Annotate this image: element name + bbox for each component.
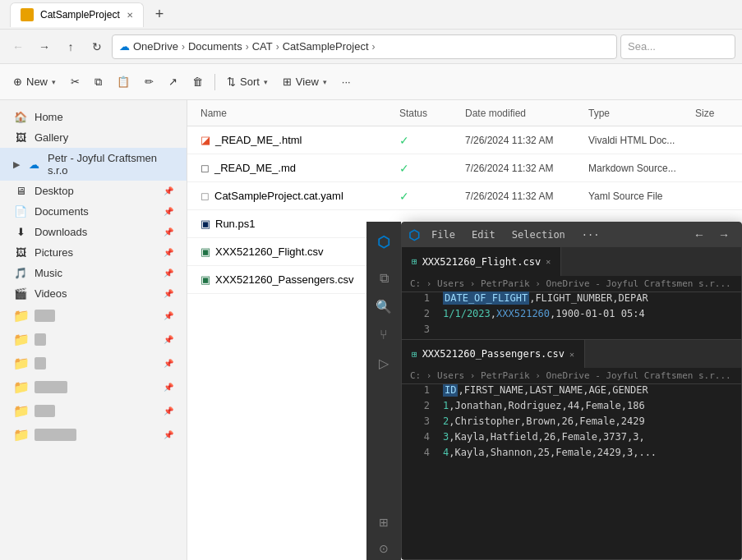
extensions-icon[interactable]: ⊞ (374, 511, 394, 534)
sort-button[interactable]: ⇅ Sort ▾ (220, 69, 274, 95)
more-button[interactable]: ··· (335, 69, 357, 95)
col-name-header[interactable]: Name (194, 108, 399, 119)
breadcrumb-documents[interactable]: Documents (188, 40, 242, 53)
run-icon[interactable]: ▷ (374, 351, 394, 376)
sidebar-label-gallery: Gallery (35, 131, 68, 144)
date-val: 1/1/2023 (443, 308, 491, 319)
sidebar-label-videos: Videos (35, 287, 67, 300)
p-code-text-5: 4,Kayla,Shannon,25,Female,2429,3,... (443, 447, 657, 458)
vscode-menu-more[interactable]: ··· (577, 227, 605, 242)
p-comma-3: ,Kayla,Hatfield,26,Female,3737,3, (449, 431, 644, 443)
sidebar-label-home: Home (35, 111, 63, 123)
status-ok-icon: ✓ (399, 190, 409, 203)
sidebar-item-music[interactable]: 🎵 Music 📌 (0, 263, 187, 283)
copy-button[interactable]: ⧉ (88, 69, 108, 95)
sidebar-label-pictures: Pictures (35, 246, 73, 259)
sidebar-item-petr[interactable]: ▶ ☁ Petr - Joyful Craftsmen s.r.o (0, 148, 187, 181)
back-button[interactable]: ← (7, 35, 30, 58)
up-button[interactable]: ↑ (59, 35, 82, 58)
breadcrumb-passengers-path[interactable]: C: › Users › PetrParik › OneDrive - Joyf… (410, 370, 731, 381)
sidebar-item-desktop[interactable]: 🖥 Desktop 📌 (0, 181, 187, 201)
new-label: New (26, 76, 48, 88)
address-pill[interactable]: ☁ OneDrive › Documents › CAT › CatSample… (112, 34, 617, 59)
new-button[interactable]: ⊕ New ▾ (7, 69, 62, 95)
sidebar-item-folder6[interactable]: 📁 📌 (0, 423, 187, 447)
sort-label: Sort (240, 76, 260, 88)
sidebar-item-folder2[interactable]: 📁 📌 (0, 328, 187, 351)
tab-close-btn[interactable]: ✕ (127, 11, 133, 20)
breadcrumb-flight-path[interactable]: C: › Users › PetrParik › OneDrive - Joyf… (410, 278, 731, 289)
filename-label: XXX521260_Flight.csv (215, 246, 324, 258)
file-list-header: Name Status Date modified Type Size (187, 100, 742, 126)
paste-button[interactable]: 📋 (110, 69, 136, 95)
table-row[interactable]: ◻ _READ_ME_.md ✓ 7/26/2024 11:32 AM Mark… (187, 154, 742, 182)
source-control-icon[interactable]: ⑂ (375, 323, 393, 347)
breadcrumb-project[interactable]: CatSampleProject (283, 40, 369, 53)
sort-chevron: ▾ (264, 78, 268, 86)
table-row[interactable]: ◻ CatSampleProject.cat.yaml ✓ 7/26/2024 … (187, 182, 742, 210)
col-date-header[interactable]: Date modified (465, 108, 588, 119)
filename-label: _READ_ME_.md (214, 162, 296, 174)
csv-flight-icon: ▣ (200, 246, 210, 258)
sidebar-label-folder4 (35, 381, 67, 393)
line-num-1: 1 (410, 292, 430, 304)
vscode-back-btn[interactable]: ← (689, 227, 710, 243)
table-row[interactable]: ◪ _READ_ME_.html ✓ 7/26/2024 11:32 AM Vi… (187, 126, 742, 154)
file-date-read-me-md: 7/26/2024 11:32 AM (465, 163, 588, 174)
breadcrumb-onedrive[interactable]: OneDrive (133, 40, 178, 53)
sidebar-item-folder4[interactable]: 📁 📌 (0, 375, 187, 399)
passenger-line-2: 2 1,Jonathan,Rodriguez,44,Female,186 (402, 400, 741, 415)
vscode-forward-btn[interactable]: → (713, 227, 735, 243)
search-activity-icon[interactable]: 🔍 (371, 294, 397, 319)
tab-cat-sample-project[interactable]: CatSampleProject ✕ (10, 2, 144, 27)
account-icon[interactable]: ⊙ (374, 537, 394, 560)
tab-label: CatSampleProject (40, 9, 120, 21)
vscode-logo[interactable]: ⬡ (372, 228, 395, 256)
vscode-menu-edit[interactable]: Edit (467, 227, 500, 242)
search-box[interactable]: Sea... (620, 34, 735, 59)
cut-button[interactable]: ✂ (64, 69, 86, 95)
vscode-tab-passengers-csv[interactable]: ⊞ XXX521260_Passengers.csv ✕ (402, 340, 585, 369)
passengers-csv-tab-close[interactable]: ✕ (569, 350, 574, 359)
vscode-titlebar: ⬡ File Edit Selection ··· ← → (402, 223, 741, 247)
vscode-activity-bar: ⬡ ⧉ 🔍 ⑂ ▷ ⊞ ⊙ (366, 222, 401, 560)
paste-icon: 📋 (117, 76, 130, 88)
vscode-tab-flight-csv[interactable]: ⊞ XXX521260_Flight.csv ✕ (402, 247, 561, 276)
file-status-read-me-html: ✓ (399, 134, 465, 147)
breadcrumb-cat[interactable]: CAT (252, 40, 273, 53)
sidebar-label-petr: Petr - Joyful Craftsmen s.r.o (48, 152, 173, 177)
vscode-title-nav: ← → (689, 227, 735, 243)
documents-icon: 📄 (13, 205, 28, 218)
flight-csv-tab-close[interactable]: ✕ (546, 257, 551, 266)
vscode-menu-file[interactable]: File (426, 227, 460, 242)
sidebar-item-gallery[interactable]: 🖼 Gallery (0, 127, 187, 148)
view-label: View (296, 76, 319, 88)
rename-button[interactable]: ✏ (138, 69, 160, 95)
col-size-header[interactable]: Size (695, 108, 735, 119)
sidebar-item-folder5[interactable]: 📁 📌 (0, 399, 187, 423)
sidebar-item-documents[interactable]: 📄 Documents 📌 (0, 201, 187, 222)
sidebar-item-videos[interactable]: 🎬 Videos 📌 (0, 283, 187, 304)
p-code-text-2: 1,Jonathan,Rodriguez,44,Female,186 (443, 400, 645, 411)
col-type-header[interactable]: Type (588, 108, 695, 119)
sidebar-item-pictures[interactable]: 🖼 Pictures 📌 (0, 242, 187, 263)
share-button[interactable]: ↗ (162, 69, 184, 95)
col-status-header[interactable]: Status (399, 108, 465, 119)
sidebar-item-folder1[interactable]: 📁 📌 (0, 304, 187, 328)
csv-passengers-icon: ▣ (200, 273, 210, 286)
sidebar-item-folder3[interactable]: 📁 📌 (0, 351, 187, 375)
refresh-button[interactable]: ↻ (85, 35, 108, 58)
sidebar-item-home[interactable]: 🏠 Home (0, 107, 187, 127)
p-line-num-2: 2 (410, 400, 430, 411)
vscode-title-logo: ⬡ (408, 227, 420, 243)
share-icon: ↗ (168, 76, 177, 88)
explorer-icon[interactable]: ⧉ (375, 266, 394, 291)
new-tab-button[interactable]: + (150, 4, 169, 25)
delete-button[interactable]: 🗑 (186, 69, 210, 95)
view-button[interactable]: ⊞ View ▾ (276, 69, 334, 95)
vscode-menu-selection[interactable]: Selection (507, 227, 570, 242)
new-icon: ⊕ (13, 76, 22, 88)
sidebar-item-downloads[interactable]: ⬇ Downloads 📌 (0, 222, 187, 242)
forward-button[interactable]: → (33, 35, 56, 58)
sidebar-label-music: Music (35, 267, 62, 279)
